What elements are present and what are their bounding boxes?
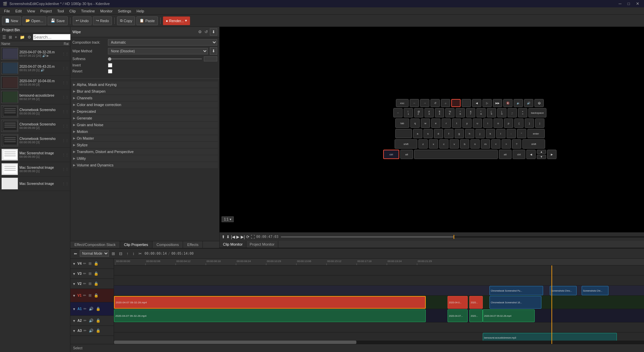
- key-q[interactable]: q: [410, 118, 420, 128]
- key-m[interactable]: m: [481, 139, 490, 149]
- track-row-v3[interactable]: [114, 275, 644, 286]
- track-lock-a1[interactable]: 🔒: [95, 306, 101, 311]
- tl-prev-button[interactable]: ⬅: [72, 251, 78, 257]
- key-o[interactable]: o: [493, 118, 503, 128]
- monitor-zoom-dropdown[interactable]: 1:1 ▾: [222, 216, 234, 222]
- list-item[interactable]: Mac Screenshot Image ⋮⋮: [0, 177, 70, 191]
- monitor-loop-button[interactable]: ⟳: [246, 235, 249, 239]
- minimize-button[interactable]: ─: [617, 1, 624, 7]
- clip-v2-chromebook-3[interactable]: Screenshots Chr...: [582, 286, 608, 295]
- effect-group-volume-header[interactable]: ▶ Volume and Dynamics: [72, 162, 218, 168]
- key-3[interactable]: #3: [424, 108, 434, 117]
- bin-view-icon-button[interactable]: ⊞: [8, 34, 13, 40]
- key-semicolon[interactable]: :: [507, 129, 516, 138]
- clip-v1-main[interactable]: 2020-04-07 09-32-28.mp4: [114, 296, 426, 309]
- tl-lift-button[interactable]: ↕: [131, 251, 136, 257]
- clip-v1-chromebook[interactable]: Chromebook Screenshot 16...: [489, 296, 541, 309]
- key-j[interactable]: j: [475, 129, 485, 138]
- track-edit-v1[interactable]: ✏: [82, 293, 87, 298]
- track-row-a1[interactable]: 2020-04-07 09-32-28.mp4 2020-04-07... 20…: [114, 309, 644, 322]
- key-s[interactable]: s: [423, 129, 433, 138]
- key-f[interactable]: f: [444, 129, 454, 138]
- key-f6[interactable]: [462, 99, 471, 107]
- track-edit-v4[interactable]: ✏: [82, 261, 87, 266]
- list-item[interactable]: 2020-04-07 09-43-20.m 00:01:18:20 [1] 🔊 …: [0, 61, 70, 76]
- menu-tool[interactable]: Tool: [55, 8, 67, 14]
- key-caps[interactable]: [395, 129, 412, 138]
- key-f8[interactable]: ▷: [482, 99, 492, 107]
- track-collapse-v4[interactable]: ▾: [72, 261, 76, 267]
- effect-group-channels-header[interactable]: ▶ Channels: [72, 95, 218, 101]
- timeline-scrollbar[interactable]: [114, 341, 644, 344]
- key-power[interactable]: ⏻: [534, 99, 544, 107]
- key-f11[interactable]: 🔉: [514, 99, 523, 107]
- key-equals[interactable]: +=: [518, 108, 527, 117]
- key-k[interactable]: k: [486, 129, 495, 138]
- tab-effect-composition-stack[interactable]: Effect/Composition Stack: [70, 241, 120, 248]
- key-f4[interactable]: ⌕: [441, 99, 450, 107]
- menu-view[interactable]: View: [24, 8, 38, 14]
- composition-track-select[interactable]: Automatic Manual: [108, 39, 217, 46]
- timeline-content[interactable]: 00:00:00:00 00:00:02:06 00:00:04:12 00:0…: [114, 259, 644, 344]
- effect-group-motion-header[interactable]: ▶ Motion: [72, 129, 218, 135]
- effect-group-onmaster-header[interactable]: ▶ On Master: [72, 135, 218, 141]
- track-lock-v1[interactable]: 🔒: [93, 293, 99, 298]
- list-item[interactable]: Mac Screenshot Image 00:00:05:00 [1] ⋮⋮: [0, 162, 70, 177]
- effect-group-utility-header[interactable]: ▶ Utility: [72, 155, 218, 161]
- wipe-refresh-button[interactable]: ↺: [204, 29, 209, 35]
- key-backspace[interactable]: backspace: [528, 108, 546, 117]
- key-w[interactable]: w: [421, 118, 430, 128]
- effect-group-color-header[interactable]: ▶ Color and Image correction: [72, 102, 218, 108]
- key-comma[interactable]: <: [491, 139, 501, 149]
- tl-mode-select[interactable]: Normal Mode: [80, 250, 109, 257]
- key-arrow-up[interactable]: ▲: [537, 150, 546, 154]
- wipe-method-select[interactable]: None (Dissolve): [108, 48, 208, 54]
- clip-a1-main[interactable]: 2020-04-07 09-32-28.mp4: [114, 309, 426, 322]
- key-d[interactable]: d: [434, 129, 443, 138]
- timeline-scrollbar-thumb[interactable]: [114, 341, 356, 344]
- list-item[interactable]: 2020-04-07 10-04-00.m 00:03:35:00 [3] ⋮⋮: [0, 76, 70, 90]
- track-comp-v1[interactable]: ⊞: [88, 293, 92, 298]
- menu-project[interactable]: Project: [38, 8, 54, 14]
- list-item[interactable]: 2020-04-07 09-32-28.m 00:07:35:22 [20] 🔊…: [0, 47, 70, 61]
- track-comp-v2[interactable]: ⊞: [88, 281, 92, 286]
- key-p[interactable]: p: [504, 118, 513, 128]
- bin-filter-button[interactable]: ⚙: [26, 34, 32, 40]
- menu-file[interactable]: File: [1, 8, 13, 14]
- key-arrow-down[interactable]: ▼: [537, 155, 546, 159]
- softness-input[interactable]: 0: [204, 56, 217, 61]
- list-item[interactable]: bensound-acousticbree 00:02:37:05 [2] ⋮⋮: [0, 90, 70, 104]
- tab-compositions[interactable]: Compositions: [153, 241, 183, 248]
- menu-help[interactable]: Help: [134, 8, 147, 14]
- key-ctrl-right[interactable]: ctrl: [513, 150, 525, 159]
- track-mute-a3[interactable]: 🔊: [88, 328, 94, 333]
- track-edit-a3[interactable]: ✏: [83, 328, 87, 333]
- open-button[interactable]: 📂 Open...: [22, 16, 46, 25]
- monitor-prev-frame-button[interactable]: |◀: [231, 235, 235, 239]
- key-minus[interactable]: _-: [508, 108, 517, 117]
- key-1[interactable]: !1: [404, 108, 413, 117]
- clip-v1-second[interactable]: 2020-04-0...: [448, 296, 468, 309]
- key-8[interactable]: *8: [476, 108, 486, 117]
- track-mute-a2[interactable]: 🔊: [88, 318, 94, 323]
- key-f12[interactable]: 🔊: [524, 99, 533, 107]
- clip-v1-third[interactable]: 2020...: [469, 296, 483, 309]
- track-comp-v3[interactable]: ⊞: [88, 271, 92, 276]
- tab-clip-monitor[interactable]: Clip Monitor: [220, 241, 246, 248]
- key-r[interactable]: r: [442, 118, 451, 128]
- list-item[interactable]: Chromebook Screensho 00:00:05:00 [2] ⋮⋮: [0, 119, 70, 133]
- track-edit-v3[interactable]: ✏: [82, 271, 87, 276]
- softness-slider[interactable]: [108, 58, 202, 59]
- key-g[interactable]: g: [455, 129, 464, 138]
- maximize-button[interactable]: □: [626, 1, 632, 7]
- track-collapse-a2[interactable]: ▾: [72, 318, 76, 324]
- key-period[interactable]: >: [502, 139, 511, 149]
- tab-clip-properties[interactable]: Clip Properties: [120, 241, 153, 248]
- key-f7[interactable]: ◀: [472, 99, 481, 107]
- key-f5[interactable]: [451, 99, 461, 107]
- track-mute-a1[interactable]: 🔊: [88, 306, 94, 311]
- key-enter[interactable]: enter: [527, 129, 545, 138]
- wipe-settings-button[interactable]: ⚙: [197, 29, 202, 35]
- monitor-insert-button[interactable]: ⬇: [226, 235, 230, 239]
- key-ctrl-left[interactable]: ctrl: [383, 150, 399, 159]
